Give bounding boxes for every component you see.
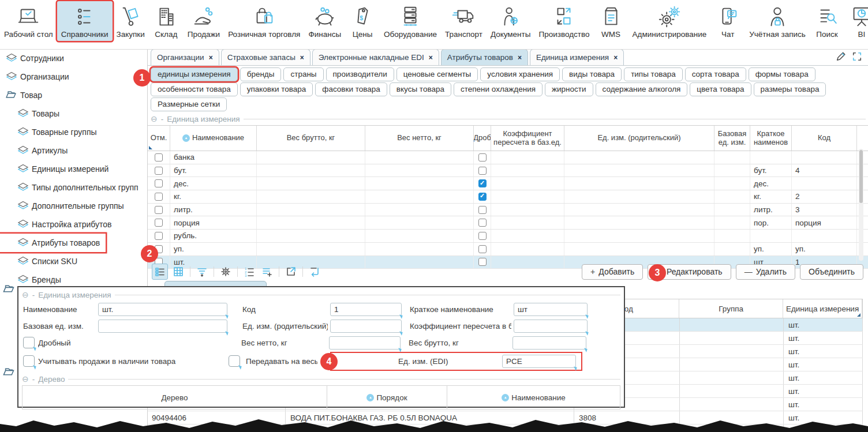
fractional-checkbox[interactable] [478, 219, 487, 227]
sidebar-item[interactable]: Организации [0, 67, 147, 86]
unit-row[interactable]: банка [147, 151, 868, 164]
row-checkbox[interactable] [155, 232, 163, 240]
sidebar-item[interactable]: Списки SKU [0, 252, 147, 271]
subtab[interactable]: особенности товара [151, 82, 238, 96]
conversion-input[interactable] [514, 320, 588, 333]
subtab[interactable]: условия хранения [480, 67, 560, 81]
unit-row[interactable]: уп.уп.уп. [147, 243, 868, 256]
collapse-icon[interactable]: ⊖ [22, 291, 29, 299]
short-name-input[interactable]: шт [514, 303, 588, 316]
sidebar-item[interactable]: Товар [0, 86, 147, 104]
subtab[interactable]: степени охлаждения [454, 82, 542, 96]
fractional-checkbox[interactable] [478, 206, 487, 214]
expand-icon[interactable] [852, 51, 862, 63]
fractional-checkbox[interactable] [478, 232, 487, 240]
fractional-checkbox[interactable] [478, 245, 487, 253]
subtab[interactable]: типы товара [624, 67, 683, 81]
nav-item[interactable]: Чат [710, 1, 745, 41]
nav-item[interactable]: Финансы [304, 1, 345, 41]
unit-row[interactable]: порцияпор.порция [147, 216, 868, 230]
sidebar-item[interactable]: Единицы измерений [0, 160, 147, 178]
tab[interactable]: Электронные накладные EDI × [312, 49, 439, 65]
edit-pencil-icon[interactable] [836, 51, 846, 63]
row-checkbox[interactable] [155, 206, 163, 214]
sidebar-item[interactable]: Артикулы [0, 141, 147, 160]
row-checkbox[interactable] [155, 193, 163, 201]
fractional-checkbox[interactable] [23, 337, 35, 348]
nav-item[interactable]: Продажи [184, 1, 224, 41]
fractional-checkbox[interactable] [478, 193, 487, 201]
nav-item[interactable]: Документы [487, 1, 535, 41]
column-header[interactable]: Ед. изм. (родительский) [564, 126, 714, 151]
row-checkbox[interactable] [155, 219, 163, 227]
nav-item[interactable]: Рабочий стол [0, 1, 57, 41]
fractional-checkbox[interactable] [478, 153, 487, 161]
subtab[interactable]: сорта товара [685, 67, 746, 81]
row-checkbox[interactable] [155, 167, 163, 175]
nav-item[interactable]: Производство [534, 1, 593, 41]
subtab[interactable]: ценовые сегменты [396, 67, 478, 81]
count-sales-checkbox[interactable] [23, 355, 35, 367]
column-header[interactable]: Отм. [147, 126, 170, 151]
column-header[interactable]: Группа [679, 299, 783, 318]
subtab[interactable]: вкусы товара [390, 82, 451, 96]
column-header[interactable]: Вес брутто, кг [257, 126, 365, 151]
sidebar-item[interactable]: Настройка атрибутов [0, 215, 147, 234]
nav-item[interactable]: Склад [149, 1, 184, 41]
sidebar-item[interactable]: Товарные группы [0, 123, 147, 141]
tab[interactable]: Единица измерения × [530, 49, 624, 65]
list-view-icon[interactable] [152, 264, 168, 280]
subtab[interactable]: бренды [240, 67, 282, 81]
unit-row[interactable]: рубль. [147, 230, 868, 243]
sidebar-item[interactable]: Типы дополнительных групп [0, 178, 147, 197]
subtab[interactable]: производители [326, 67, 394, 81]
edi-unit-input[interactable]: PCE [502, 355, 576, 368]
nav-item[interactable]: $ Цены [345, 1, 380, 41]
unit-row[interactable]: литр.литр.3 [147, 204, 868, 217]
tab[interactable]: Организации × [151, 49, 219, 65]
gross-weight-input[interactable] [512, 336, 586, 350]
tab[interactable]: Атрибуты товаров × [441, 49, 528, 65]
nav-item[interactable]: Розничная торговля [224, 1, 304, 41]
column-header[interactable]: Единица измерения [783, 299, 862, 318]
nav-item[interactable]: Администрирование [628, 1, 711, 41]
close-icon[interactable]: × [613, 54, 618, 62]
sidebar-item[interactable]: Атрибуты товаров [0, 234, 106, 252]
scrollbar-thumb[interactable] [859, 150, 863, 203]
subtab[interactable]: единицы измерения [151, 67, 238, 81]
nav-item[interactable]: BI [844, 1, 868, 41]
net-weight-input[interactable] [329, 336, 401, 350]
fractional-checkbox[interactable] [478, 167, 487, 175]
column-header[interactable]: Краткое наименов [750, 126, 792, 151]
close-icon[interactable]: × [300, 54, 304, 62]
send-to-scales-checkbox[interactable] [229, 355, 240, 367]
close-icon[interactable]: × [209, 54, 213, 62]
numbered-list-icon[interactable]: 123 [242, 264, 257, 279]
refresh-icon[interactable] [307, 264, 322, 279]
column-header[interactable]: Базовая ед. изм. [714, 126, 750, 151]
row-checkbox[interactable] [155, 179, 163, 187]
subtab[interactable]: жирности [545, 82, 593, 96]
column-header[interactable]: Вес нетто, кг [365, 126, 474, 151]
subtab[interactable]: упаковки товара [240, 82, 313, 96]
nav-item[interactable]: Справочники [57, 1, 113, 41]
merge-button[interactable]: Объединить [800, 264, 863, 280]
subtab[interactable]: цвета товара [690, 82, 751, 96]
parent-unit-input[interactable] [330, 320, 402, 333]
name-input[interactable]: шт. [98, 303, 227, 316]
subtab[interactable]: фасовки товара [315, 82, 387, 96]
unit-row[interactable]: бут.бут.4 [147, 164, 868, 178]
nav-item[interactable]: Учётная запись [745, 1, 810, 41]
column-header[interactable]: Коэффициент пересчета в баз.ед. [491, 126, 564, 151]
column-header[interactable]: Дроб [474, 126, 491, 151]
unit-row[interactable]: дес.дес. [147, 177, 868, 190]
close-icon[interactable]: × [429, 54, 433, 62]
unit-row[interactable]: кг.кг.2 [147, 190, 868, 204]
code-input[interactable]: 1 [330, 303, 402, 316]
nav-item[interactable]: Транспорт [441, 1, 487, 41]
sidebar-item[interactable]: Дополнительные группы [0, 197, 147, 215]
close-icon[interactable]: × [518, 54, 522, 62]
column-header[interactable]: Код [792, 126, 857, 151]
subtab[interactable]: Размерные сетки [151, 97, 227, 111]
sidebar-item[interactable]: Сотрудники [0, 49, 147, 67]
